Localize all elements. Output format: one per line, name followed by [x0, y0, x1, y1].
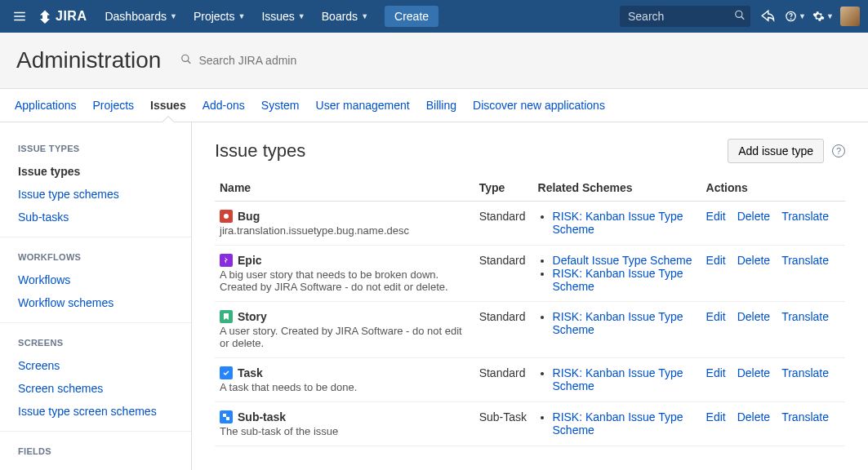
issue-name: Bug — [220, 210, 470, 223]
sidebar-item-screens[interactable]: Screens — [0, 354, 191, 377]
admin-search — [180, 51, 344, 70]
sidebar-item-screen-schemes[interactable]: Screen schemes — [0, 377, 191, 400]
admin-content: Issue types Add issue type ? NameTypeRel… — [192, 122, 868, 470]
global-nav: JIRA Dashboards▼Projects▼Issues▼Boards▼ … — [0, 0, 868, 33]
scheme-link[interactable]: RISK: Kanban Issue Type Scheme — [553, 410, 683, 437]
table-row: Bugjira.translation.issuetype.bug.name.d… — [215, 202, 845, 246]
tab-applications[interactable]: Applications — [15, 89, 77, 122]
column-header: Type — [474, 175, 533, 202]
issue-desc: The sub-task of the issue — [220, 425, 470, 437]
tab-billing[interactable]: Billing — [426, 89, 456, 122]
feedback-icon[interactable] — [757, 6, 778, 27]
help-icon[interactable]: ▼ — [785, 6, 806, 27]
admin-tabs: ApplicationsProjectsIssuesAdd-onsSystemU… — [0, 89, 868, 122]
bug-icon — [220, 210, 233, 223]
nav-item-projects[interactable]: Projects▼ — [185, 0, 254, 33]
issue-type-cell: Standard — [474, 358, 533, 402]
tab-system[interactable]: System — [261, 89, 300, 122]
delete-link[interactable]: Delete — [737, 310, 770, 323]
delete-link[interactable]: Delete — [737, 366, 770, 379]
global-nav-left: JIRA Dashboards▼Projects▼Issues▼Boards▼ … — [8, 0, 438, 33]
issue-desc: A task that needs to be done. — [220, 381, 470, 393]
svg-point-6 — [790, 19, 791, 20]
search-input[interactable] — [620, 6, 750, 27]
user-avatar[interactable] — [840, 7, 860, 26]
add-issue-type-button[interactable]: Add issue type — [728, 139, 824, 163]
issue-desc: jira.translation.issuetype.bug.name.desc — [220, 224, 470, 237]
issue-name: Sub-task — [220, 410, 470, 423]
svg-point-7 — [182, 55, 189, 61]
scheme-link[interactable]: RISK: Kanban Issue Type Scheme — [553, 366, 683, 392]
delete-link[interactable]: Delete — [737, 254, 770, 267]
translate-link[interactable]: Translate — [781, 410, 829, 423]
admin-sidebar: ISSUE TYPESIssue typesIssue type schemes… — [0, 122, 192, 470]
scheme-link[interactable]: RISK: Kanban Issue Type Scheme — [553, 267, 683, 293]
issue-desc: A user story. Created by JIRA Software -… — [220, 325, 470, 349]
issue-type-cell: Standard — [474, 202, 533, 246]
column-header: Name — [215, 175, 474, 202]
tab-discover-new-applications[interactable]: Discover new applications — [473, 89, 605, 122]
sidebar-heading: ISSUE TYPES — [0, 137, 191, 160]
page-title: Administration — [16, 47, 161, 73]
subtask-icon — [220, 410, 233, 423]
admin-header: Administration — [0, 33, 868, 89]
search-icon — [734, 10, 746, 24]
create-button[interactable]: Create — [385, 6, 438, 27]
scheme-link[interactable]: RISK: Kanban Issue Type Scheme — [553, 310, 683, 336]
nav-item-boards[interactable]: Boards▼ — [314, 0, 376, 33]
tab-user-management[interactable]: User management — [316, 89, 410, 122]
table-row: Sub-taskThe sub-task of the issueSub-Tas… — [215, 402, 845, 446]
delete-link[interactable]: Delete — [737, 410, 770, 423]
sidebar-item-issue-type-screen-schemes[interactable]: Issue type screen schemes — [0, 400, 191, 423]
jira-logo[interactable]: JIRA — [38, 9, 87, 24]
delete-link[interactable]: Delete — [737, 210, 770, 223]
svg-line-8 — [188, 60, 191, 64]
translate-link[interactable]: Translate — [781, 366, 829, 379]
content-header: Issue types Add issue type ? — [215, 139, 845, 163]
task-icon — [220, 366, 233, 379]
global-search — [620, 6, 750, 27]
edit-link[interactable]: Edit — [706, 410, 726, 423]
table-row: TaskA task that needs to be done.Standar… — [215, 358, 845, 402]
help-icon[interactable]: ? — [832, 144, 845, 157]
tab-add-ons[interactable]: Add-ons — [203, 89, 245, 122]
nav-item-dashboards[interactable]: Dashboards▼ — [96, 0, 185, 33]
issue-type-cell: Standard — [474, 246, 533, 302]
svg-rect-11 — [226, 417, 229, 420]
translate-link[interactable]: Translate — [781, 254, 829, 267]
svg-rect-10 — [223, 414, 226, 417]
issue-type-cell: Standard — [474, 302, 533, 358]
edit-link[interactable]: Edit — [706, 310, 726, 323]
sidebar-item-sub-tasks[interactable]: Sub-tasks — [0, 206, 191, 228]
svg-point-9 — [224, 214, 229, 219]
content-heading: Issue types — [215, 140, 305, 162]
column-header: Related Schemes — [533, 175, 701, 202]
app-switcher-icon[interactable] — [8, 5, 31, 28]
sidebar-item-issue-types[interactable]: Issue types — [0, 160, 191, 183]
settings-icon[interactable]: ▼ — [812, 6, 834, 27]
admin-search-input[interactable] — [180, 51, 344, 70]
scheme-link[interactable]: RISK: Kanban Issue Type Scheme — [553, 210, 683, 236]
sidebar-item-workflow-schemes[interactable]: Workflow schemes — [0, 291, 191, 314]
sidebar-heading: FIELDS — [0, 440, 191, 463]
sidebar-item-workflows[interactable]: Workflows — [0, 268, 191, 291]
translate-link[interactable]: Translate — [781, 210, 829, 223]
tab-projects[interactable]: Projects — [93, 89, 135, 122]
translate-link[interactable]: Translate — [781, 310, 829, 323]
sidebar-heading: WORKFLOWS — [0, 246, 191, 268]
issue-type-cell: Sub-Task — [474, 402, 533, 446]
sidebar-heading: SCREENS — [0, 331, 191, 354]
table-row: EpicA big user story that needs to be br… — [215, 246, 845, 302]
sidebar-item-issue-type-schemes[interactable]: Issue type schemes — [0, 183, 191, 206]
issue-name: Epic — [220, 254, 470, 267]
edit-link[interactable]: Edit — [706, 210, 726, 223]
nav-item-issues[interactable]: Issues▼ — [253, 0, 313, 33]
issue-name: Task — [220, 366, 470, 379]
tab-issues[interactable]: Issues — [150, 89, 186, 122]
issue-name: Story — [220, 310, 470, 323]
scheme-link[interactable]: Default Issue Type Scheme — [553, 254, 692, 267]
edit-link[interactable]: Edit — [706, 366, 726, 379]
story-icon — [220, 310, 233, 323]
edit-link[interactable]: Edit — [706, 254, 726, 267]
search-icon — [180, 54, 192, 68]
